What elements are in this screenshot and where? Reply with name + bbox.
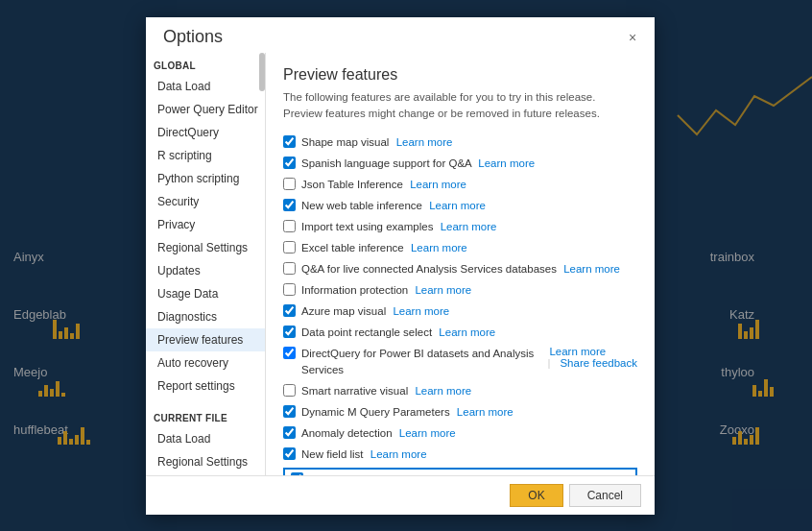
- learn-more-web-table[interactable]: Learn more: [429, 200, 486, 211]
- label-shape-map: Shape map visual Learn more: [301, 134, 637, 150]
- separator-directquery: |: [547, 357, 550, 369]
- learn-more-new-field[interactable]: Learn more: [370, 448, 427, 460]
- sidebar-item-updates[interactable]: Updates: [146, 259, 265, 282]
- sidebar-item-diagnostics[interactable]: Diagnostics: [146, 305, 265, 328]
- sidebar-item-data-load[interactable]: Data Load: [146, 75, 265, 98]
- ok-button[interactable]: OK: [510, 484, 562, 507]
- sidebar-item-regional-settings[interactable]: Regional Settings: [146, 236, 265, 259]
- learn-more-spanish-qa[interactable]: Learn more: [478, 157, 535, 169]
- modal-footer: OK Cancel: [146, 475, 655, 515]
- checkbox-web-table[interactable]: [283, 199, 296, 211]
- feature-small-multiples: Small multiples Learn more | Share feedb…: [283, 468, 637, 475]
- checkbox-new-field[interactable]: [283, 447, 296, 460]
- learn-more-excel-table[interactable]: Learn more: [411, 242, 467, 253]
- content-title: Preview features: [283, 66, 637, 84]
- sidebar-scrollbar[interactable]: [259, 53, 265, 91]
- label-json-table: Json Table Inference Learn more: [301, 177, 637, 192]
- sidebar-item-preview-features[interactable]: Preview features: [146, 328, 265, 351]
- feature-json-table: Json Table Inference Learn more: [283, 177, 637, 192]
- checkbox-import-text[interactable]: [283, 220, 296, 232]
- learn-more-import-text[interactable]: Learn more: [441, 221, 497, 232]
- label-qna-analysis: Q&A for live connected Analysis Services…: [301, 261, 637, 277]
- feature-qna-analysis: Q&A for live connected Analysis Services…: [283, 261, 637, 277]
- checkbox-directquery-bi[interactable]: [283, 347, 296, 359]
- checkbox-excel-table[interactable]: [283, 241, 296, 253]
- learn-more-qna-analysis[interactable]: Learn more: [563, 263, 620, 275]
- checkbox-spanish-qa[interactable]: [283, 157, 296, 169]
- modal-titlebar: Options ×: [146, 17, 655, 53]
- checkbox-info-protection[interactable]: [283, 283, 296, 296]
- label-web-table: New web table inference Learn more: [301, 198, 637, 213]
- label-data-point: Data point rectangle select Learn more: [301, 325, 637, 340]
- sidebar-item-security[interactable]: Security: [146, 190, 265, 213]
- sidebar: GLOBAL Data Load Power Query Editor Dire…: [146, 53, 266, 475]
- checkbox-data-point[interactable]: [283, 326, 296, 338]
- sidebar-item-auto-recovery[interactable]: Auto recovery: [146, 351, 265, 374]
- learn-more-dynamic-m[interactable]: Learn more: [457, 406, 513, 418]
- label-smart-narrative: Smart narrative visual Learn more: [301, 383, 637, 398]
- learn-more-data-point[interactable]: Learn more: [439, 326, 495, 338]
- learn-more-info-protection[interactable]: Learn more: [415, 284, 471, 296]
- feature-web-table: New web table inference Learn more: [283, 198, 637, 213]
- sidebar-item-cf-privacy[interactable]: Privacy: [146, 473, 265, 475]
- learn-more-azure-map[interactable]: Learn more: [393, 305, 449, 317]
- current-file-section-label: CURRENT FILE: [146, 405, 265, 427]
- content-area: Preview features The following features …: [266, 53, 655, 475]
- feature-anomaly: Anomaly detection Learn more: [283, 425, 637, 441]
- sidebar-item-usage-data[interactable]: Usage Data: [146, 282, 265, 305]
- share-feedback-directquery-bi[interactable]: Share feedback: [560, 357, 637, 369]
- learn-more-smart-narrative[interactable]: Learn more: [415, 385, 471, 397]
- feature-info-protection: Information protection Learn more: [283, 282, 637, 298]
- learn-more-directquery-bi[interactable]: Learn more: [549, 346, 606, 357]
- close-button[interactable]: ×: [624, 29, 641, 46]
- label-info-protection: Information protection Learn more: [301, 282, 637, 298]
- label-dynamic-m: Dynamic M Query Parameters Learn more: [301, 404, 637, 420]
- sidebar-item-cf-regional-settings[interactable]: Regional Settings: [146, 450, 265, 473]
- checkbox-qna-analysis[interactable]: [283, 262, 296, 275]
- checkbox-json-table[interactable]: [283, 178, 296, 190]
- learn-more-shape-map[interactable]: Learn more: [396, 136, 453, 148]
- modal-title: Options: [163, 27, 223, 47]
- feature-excel-table: Excel table inference Learn more: [283, 240, 637, 255]
- sidebar-item-cf-data-load[interactable]: Data Load: [146, 427, 265, 450]
- checkbox-azure-map[interactable]: [283, 304, 296, 317]
- learn-more-json-table[interactable]: Learn more: [410, 179, 466, 190]
- sidebar-item-report-settings[interactable]: Report settings: [146, 374, 265, 398]
- sidebar-item-python-scripting[interactable]: Python scripting: [146, 167, 265, 190]
- sidebar-item-power-query-editor[interactable]: Power Query Editor: [146, 98, 265, 121]
- feature-data-point: Data point rectangle select Learn more: [283, 325, 637, 340]
- checkbox-anomaly[interactable]: [283, 426, 296, 439]
- label-new-field: New field list Learn more: [301, 447, 637, 462]
- directquery-bi-links: Learn more | Share feedback: [545, 346, 637, 369]
- label-directquery-bi: DirectQuery for Power BI datasets and An…: [301, 346, 539, 376]
- sidebar-item-privacy[interactable]: Privacy: [146, 213, 265, 236]
- content-description: The following features are available for…: [283, 89, 637, 123]
- checkbox-smart-narrative[interactable]: [283, 384, 296, 397]
- checkbox-dynamic-m[interactable]: [283, 405, 296, 418]
- cancel-button[interactable]: Cancel: [569, 484, 641, 507]
- feature-spanish-qa: Spanish language support for Q&A Learn m…: [283, 156, 637, 171]
- feature-smart-narrative: Smart narrative visual Learn more: [283, 383, 637, 398]
- label-excel-table: Excel table inference Learn more: [301, 240, 637, 255]
- label-azure-map: Azure map visual Learn more: [301, 303, 637, 319]
- options-dialog: Options × GLOBAL Data Load Power Query E…: [146, 17, 655, 515]
- label-spanish-qa: Spanish language support for Q&A Learn m…: [301, 156, 637, 171]
- sidebar-item-r-scripting[interactable]: R scripting: [146, 144, 265, 167]
- feature-import-text: Import text using examples Learn more: [283, 219, 637, 234]
- feature-shape-map: Shape map visual Learn more: [283, 134, 637, 150]
- feature-dynamic-m: Dynamic M Query Parameters Learn more: [283, 404, 637, 420]
- label-import-text: Import text using examples Learn more: [301, 219, 637, 234]
- feature-azure-map: Azure map visual Learn more: [283, 303, 637, 319]
- learn-more-anomaly[interactable]: Learn more: [399, 427, 456, 439]
- global-section-label: GLOBAL: [146, 53, 265, 75]
- checkbox-shape-map[interactable]: [283, 135, 296, 148]
- feature-directquery-bi: DirectQuery for Power BI datasets and An…: [283, 346, 637, 376]
- modal-body: GLOBAL Data Load Power Query Editor Dire…: [146, 53, 655, 475]
- sidebar-item-directquery[interactable]: DirectQuery: [146, 121, 265, 144]
- feature-new-field: New field list Learn more: [283, 447, 637, 462]
- label-anomaly: Anomaly detection Learn more: [301, 425, 637, 441]
